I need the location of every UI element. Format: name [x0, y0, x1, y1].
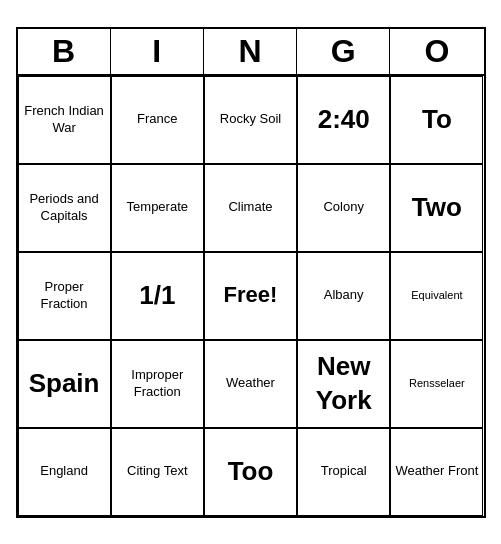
bingo-cell: 2:40 [297, 76, 390, 164]
bingo-cell: England [18, 428, 111, 516]
bingo-cell: Free! [204, 252, 297, 340]
bingo-cell: Albany [297, 252, 390, 340]
bingo-header-letter: G [297, 29, 390, 74]
bingo-cell: Two [390, 164, 483, 252]
bingo-cell: Colony [297, 164, 390, 252]
bingo-header: BINGO [18, 29, 484, 76]
bingo-cell: To [390, 76, 483, 164]
bingo-cell: New York [297, 340, 390, 428]
bingo-header-letter: B [18, 29, 111, 74]
bingo-header-letter: N [204, 29, 297, 74]
bingo-cell: Temperate [111, 164, 204, 252]
bingo-cell: Improper Fraction [111, 340, 204, 428]
bingo-cell: Periods and Capitals [18, 164, 111, 252]
bingo-cell: Equivalent [390, 252, 483, 340]
bingo-cell: Citing Text [111, 428, 204, 516]
bingo-cell: Spain [18, 340, 111, 428]
bingo-cell: Rensselaer [390, 340, 483, 428]
bingo-header-letter: I [111, 29, 204, 74]
bingo-header-letter: O [390, 29, 483, 74]
bingo-card: BINGO French Indian WarFranceRocky Soil2… [16, 27, 486, 518]
bingo-cell: Climate [204, 164, 297, 252]
bingo-cell: France [111, 76, 204, 164]
bingo-grid: French Indian WarFranceRocky Soil2:40ToP… [18, 76, 484, 516]
bingo-cell: Proper Fraction [18, 252, 111, 340]
bingo-cell: Too [204, 428, 297, 516]
bingo-cell: 1/1 [111, 252, 204, 340]
bingo-cell: French Indian War [18, 76, 111, 164]
bingo-cell: Weather Front [390, 428, 483, 516]
bingo-cell: Weather [204, 340, 297, 428]
bingo-cell: Tropical [297, 428, 390, 516]
bingo-cell: Rocky Soil [204, 76, 297, 164]
